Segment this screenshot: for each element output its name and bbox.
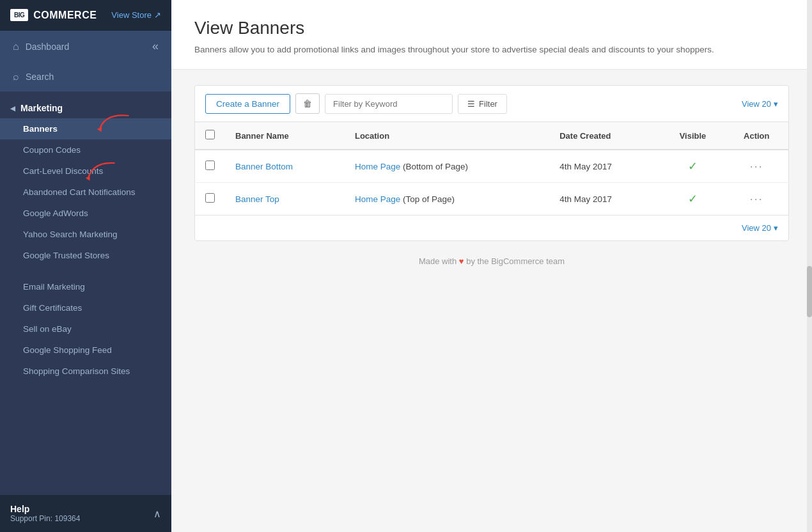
chevron-down-icon: ▾: [774, 99, 778, 109]
view-count-dropdown[interactable]: View 20 ▾: [742, 99, 778, 109]
row1-location-cell: Home Page (Bottom of Page): [345, 150, 549, 183]
page-title: View Banners: [194, 18, 789, 38]
help-area: Help Support Pin: 109364: [10, 504, 80, 523]
trash-icon: 🗑: [303, 98, 312, 109]
visible-checkmark: ✓: [688, 160, 698, 173]
table-header-row: Banner Name Location Date Created Visibl…: [195, 122, 789, 150]
marketing-header[interactable]: ◀ Marketing: [0, 95, 171, 118]
row1-date-cell: 4th May 2017: [549, 150, 660, 183]
sidebar-item-google-adwords[interactable]: Google AdWords: [0, 203, 171, 224]
row2-checkbox-cell: [195, 183, 226, 215]
row1-banner-name-link[interactable]: Banner Bottom: [235, 162, 293, 171]
table-row: Banner Top Home Page (Top of Page) 4th M…: [195, 183, 789, 215]
select-all-checkbox[interactable]: [205, 130, 215, 139]
sidebar-item-google-shopping[interactable]: Google Shopping Feed: [0, 340, 171, 361]
sidebar-item-yahoo-search[interactable]: Yahoo Search Marketing: [0, 224, 171, 245]
scrollbar-thumb[interactable]: [807, 266, 812, 317]
row1-action-cell: ···: [725, 150, 789, 183]
sidebar-item-search[interactable]: ⌕ Search: [0, 62, 171, 91]
th-date-created: Date Created: [549, 122, 660, 150]
row1-checkbox[interactable]: [205, 160, 215, 170]
search-icon: ⌕: [13, 71, 19, 82]
heart-icon: ♥: [459, 256, 464, 266]
main-content: View Banners Banners allow you to add pr…: [171, 0, 812, 532]
row2-checkbox[interactable]: [205, 193, 215, 203]
th-banner-name: Banner Name: [225, 122, 345, 150]
table-footer: View 20 ▾: [194, 215, 789, 241]
collapse-icon[interactable]: «: [152, 40, 159, 53]
support-pin: Support Pin: 109364: [10, 514, 80, 523]
th-checkbox: [195, 122, 226, 150]
page-footer: Made with ♥ by the BigCommerce team: [194, 241, 789, 281]
row2-action-cell: ···: [725, 183, 789, 215]
page-description: Banners allow you to add promotional lin…: [194, 43, 789, 56]
row2-date-cell: 4th May 2017: [549, 183, 660, 215]
top-nav: ⌂ Dashboard « ⌕ Search: [0, 31, 171, 91]
view-store-link[interactable]: View Store ↗: [111, 10, 161, 20]
table-row: Banner Bottom Home Page (Bottom of Page)…: [195, 150, 789, 183]
table-toolbar: Create a Banner 🗑 ☰ Filter View 20 ▾: [194, 85, 789, 121]
row2-banner-name-cell: Banner Top: [225, 183, 345, 215]
sidebar-header: BIG COMMERCE View Store ↗: [0, 0, 171, 31]
marketing-arrow: ◀: [10, 105, 15, 112]
row2-location-link[interactable]: Home Page: [355, 194, 400, 204]
logo-area: BIG COMMERCE: [10, 9, 97, 21]
sidebar-item-google-trusted[interactable]: Google Trusted Stores: [0, 245, 171, 266]
help-label: Help: [10, 504, 80, 514]
sidebar-item-banners[interactable]: Banners: [0, 118, 171, 139]
row1-banner-name-cell: Banner Bottom: [225, 150, 345, 183]
row1-checkbox-cell: [195, 150, 226, 183]
sidebar: BIG COMMERCE View Store ↗ ⌂ Dashboard « …: [0, 0, 171, 532]
th-visible: Visible: [661, 122, 725, 150]
sidebar-item-email-marketing[interactable]: Email Marketing: [0, 276, 171, 297]
sidebar-item-dashboard[interactable]: ⌂ Dashboard «: [0, 31, 171, 62]
sidebar-item-shopping-comparison[interactable]: Shopping Comparison Sites: [0, 361, 171, 382]
marketing-section: ◀ Marketing Banners Coupon Codes Cart-Le…: [0, 91, 171, 386]
row1-visible-cell: ✓: [661, 150, 725, 183]
row1-action-menu[interactable]: ···: [750, 160, 763, 173]
create-banner-button[interactable]: Create a Banner: [205, 94, 290, 114]
row2-visible-cell: ✓: [661, 183, 725, 215]
banners-table-wrapper: Create a Banner 🗑 ☰ Filter View 20 ▾: [194, 85, 789, 241]
delete-button[interactable]: 🗑: [295, 93, 320, 114]
filter-icon: ☰: [467, 99, 475, 109]
filter-button[interactable]: ☰ Filter: [458, 94, 507, 114]
scrollbar-track: [807, 0, 812, 532]
logo-text: COMMERCE: [33, 10, 97, 21]
sidebar-footer: Help Support Pin: 109364 ∧: [0, 495, 171, 532]
banners-table: Banner Name Location Date Created Visibl…: [194, 121, 789, 215]
home-icon: ⌂: [13, 41, 19, 52]
row2-banner-name-link[interactable]: Banner Top: [235, 194, 279, 204]
page-header: View Banners Banners allow you to add pr…: [171, 0, 812, 70]
sidebar-item-coupon-codes[interactable]: Coupon Codes: [0, 139, 171, 160]
sidebar-item-abandoned-cart[interactable]: Abandoned Cart Notifications: [0, 182, 171, 203]
filter-input[interactable]: [325, 94, 453, 114]
chevron-down-icon-bottom: ▾: [774, 223, 778, 233]
logo-icon: BIG: [10, 9, 28, 21]
visible-checkmark: ✓: [688, 192, 698, 205]
view-count-bottom[interactable]: View 20 ▾: [742, 223, 778, 233]
th-location: Location: [345, 122, 549, 150]
sidebar-item-sell-ebay[interactable]: Sell on eBay: [0, 318, 171, 340]
sidebar-item-gift-certificates[interactable]: Gift Certificates: [0, 297, 171, 318]
page-content: Create a Banner 🗑 ☰ Filter View 20 ▾: [171, 70, 812, 532]
external-link-icon: ↗: [154, 10, 161, 20]
help-toggle-icon[interactable]: ∧: [153, 508, 161, 520]
row2-location-cell: Home Page (Top of Page): [345, 183, 549, 215]
row2-action-menu[interactable]: ···: [750, 192, 763, 205]
th-action: Action: [725, 122, 789, 150]
row1-location-link[interactable]: Home Page: [355, 162, 400, 171]
sidebar-item-cart-level-discounts[interactable]: Cart-Level Discounts: [0, 160, 171, 182]
